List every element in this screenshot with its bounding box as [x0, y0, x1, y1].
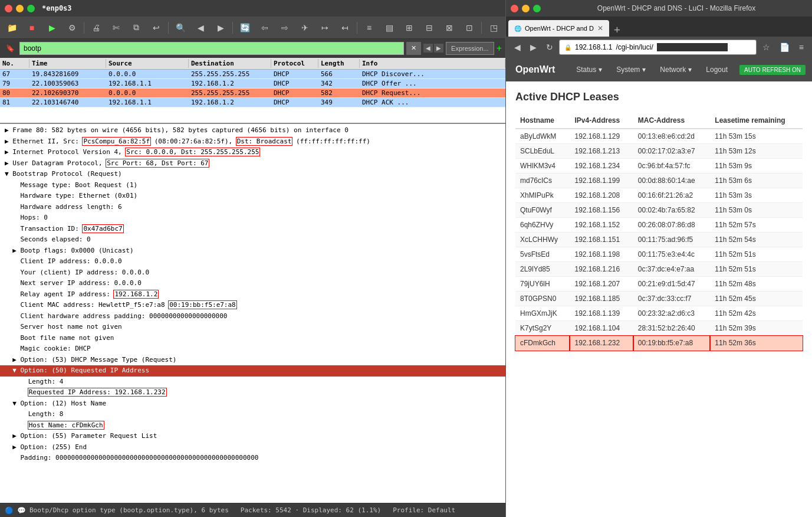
dhcp-header-row: Hostname IPv4-Address MAC-Address Leaset…: [515, 113, 803, 129]
firefox-tab-active[interactable]: 🌐 OpenWrt - DHCP and D ✕: [508, 20, 609, 37]
ff-forward-button[interactable]: ▶: [527, 40, 540, 54]
lease-ip: 192.168.1.198: [570, 247, 633, 262]
toolbar-next-btn[interactable]: ▶: [211, 19, 230, 37]
detail-hops: Hops: 0: [0, 212, 505, 224]
dhcp-lease-row[interactable]: QtuF0Wyf 192.168.1.156 00:02:4b:7a:65:82…: [515, 203, 803, 218]
col-header-time: Time: [29, 59, 106, 68]
dhcp-lease-row[interactable]: md76cICs 192.168.1.199 00:0d:88:60:14:ae…: [515, 174, 803, 188]
detail-secs: Seconds elapsed: 0: [0, 234, 505, 246]
nav-status[interactable]: Status ▾: [569, 58, 609, 81]
ff-url-path: /cgi-bin/luci/: [616, 43, 653, 51]
ff-back-button[interactable]: ◀: [511, 40, 524, 54]
ff-reader-button[interactable]: 📄: [776, 40, 793, 54]
nav-logout[interactable]: Logout: [699, 66, 735, 74]
toolbar-search-btn[interactable]: 🔍: [171, 19, 190, 37]
detail-opt12[interactable]: ▼ Option: (12) Host Name: [0, 398, 505, 410]
filter-add-button[interactable]: +: [497, 43, 502, 54]
dhcp-lease-row[interactable]: 6qh6ZHVy 192.168.1.152 00:26:08:07:86:d8…: [515, 218, 803, 233]
toolbar-restart-btn[interactable]: ▶: [42, 19, 61, 37]
lease-time: 11h 52m 48s: [710, 277, 803, 292]
detail-opt55[interactable]: ▶ Option: (55) Parameter Request List: [0, 431, 505, 442]
lease-ip: 192.168.1.232: [570, 336, 633, 351]
toolbar-expand-btn[interactable]: ↦: [315, 19, 334, 37]
toolbar-print-btn[interactable]: 🖨: [87, 19, 106, 37]
toolbar-sep1: [84, 22, 84, 34]
filter-expression-button[interactable]: Expression...: [446, 42, 494, 55]
ff-more-button[interactable]: ≡: [795, 40, 807, 54]
detail-ethernet[interactable]: ▶ Ethernet II, Src: PcsCompu_6a:82:5f (0…: [0, 136, 505, 148]
packet-row[interactable]: 80 22.102690370 0.0.0.0 255.255.255.255 …: [0, 89, 505, 98]
toolbar-open-btn[interactable]: 📁: [2, 19, 21, 37]
toolbar-list-btn[interactable]: ≡: [360, 19, 379, 37]
toolbar-sep3: [232, 22, 233, 34]
autorefresh-badge[interactable]: AUTO REFRESH ON: [739, 65, 806, 75]
minimize-button[interactable]: [16, 5, 24, 12]
lease-mac: 00:19:bb:f5:e7:a8: [633, 336, 711, 351]
toolbar-list6-btn[interactable]: ⊡: [460, 19, 479, 37]
dhcp-lease-row[interactable]: 79jUY6lH 192.168.1.207 00:21:e9:d1:5d:47…: [515, 277, 803, 292]
toolbar-find-btn[interactable]: ✄: [107, 19, 126, 37]
toolbar-list2-btn[interactable]: ▤: [380, 19, 399, 37]
filter-next-button[interactable]: ▶: [434, 44, 443, 53]
dhcp-table-body: aByLdWkM 192.168.1.129 00:13:e8:e6:cd:2d…: [515, 129, 803, 351]
toolbar-jump2-btn[interactable]: ⇨: [275, 19, 294, 37]
detail-bootstrap[interactable]: ▼ Bootstrap Protocol (Request): [0, 169, 505, 180]
ff-close-button[interactable]: [511, 5, 518, 12]
dhcp-lease-row[interactable]: 8T0GPSN0 192.168.1.185 0c:37:dc:33:cc:f7…: [515, 292, 803, 306]
ff-refresh-button[interactable]: ↻: [543, 40, 557, 54]
dhcp-lease-row[interactable]: 2L9lYd85 192.168.1.216 0c:37:dc:e4:e7:aa…: [515, 262, 803, 277]
dhcp-lease-row[interactable]: 5vsFtsEd 192.168.1.198 00:11:75:e3:e4:4c…: [515, 247, 803, 262]
close-button[interactable]: [5, 5, 12, 12]
packet-row[interactable]: 67 19.843281609 0.0.0.0 255.255.255.255 …: [0, 70, 505, 79]
toolbar-collapse-btn[interactable]: ↤: [336, 19, 354, 37]
dhcp-lease-row[interactable]: SCLbEduL 192.168.1.213 00:02:17:02:a3:e7…: [515, 144, 803, 159]
toolbar-back-btn[interactable]: ↩: [147, 19, 166, 37]
filter-prev-button[interactable]: ◀: [423, 44, 433, 53]
tab-close-icon[interactable]: ✕: [597, 24, 603, 32]
detail-opt53[interactable]: ▶ Option: (53) DHCP Message Type (Reques…: [0, 355, 505, 366]
toolbar-options-btn[interactable]: ⚙: [63, 19, 81, 37]
maximize-button[interactable]: [27, 5, 35, 12]
wireshark-panel: *enp0s3 📁 ■ ▶ ⚙ 🖨 ✄ ⧉ ↩ 🔍 ◀ ▶ 🔄 ⇦ ⇨ ✈ ↦ …: [0, 0, 506, 517]
toolbar-export-btn[interactable]: ✈: [295, 19, 314, 37]
nav-system[interactable]: System ▾: [609, 58, 653, 81]
toolbar-list5-btn[interactable]: ⊠: [440, 19, 459, 37]
detail-frame[interactable]: ▶ Frame 80: 582 bytes on wire (4656 bits…: [0, 125, 505, 136]
dhcp-lease-row[interactable]: cFDmkGch 192.168.1.232 00:19:bb:f5:e7:a8…: [515, 336, 803, 351]
ff-minimize-button[interactable]: [522, 5, 530, 12]
toolbar-prev-btn[interactable]: ◀: [191, 19, 210, 37]
req-ip-box: Requested IP Address: 192.168.1.232: [28, 388, 166, 396]
filter-input[interactable]: [19, 42, 404, 55]
lease-hostname: QtuF0Wyf: [515, 203, 570, 218]
toolbar-jump-btn[interactable]: ⇦: [255, 19, 274, 37]
detail-ip[interactable]: ▶ Internet Protocol Version 4, Src: 0.0.…: [0, 147, 505, 158]
toolbar-list3-btn[interactable]: ⊞: [400, 19, 419, 37]
ff-address-bar[interactable]: 🔒 192.168.1.1 /cgi-bin/luci/: [559, 40, 757, 55]
dhcp-lease-row[interactable]: WHlKM3v4 192.168.1.234 0c:96:bf:4a:57:fc…: [515, 159, 803, 174]
detail-bootp-flags[interactable]: ▶ Bootp flags: 0x0000 (Unicast): [0, 246, 505, 257]
dhcp-lease-row[interactable]: HmGXmJjK 192.168.1.139 00:23:32:a2:d6:c3…: [515, 306, 803, 321]
lease-hostname: cFDmkGch: [515, 336, 570, 351]
toolbar-go-btn[interactable]: ⧉: [127, 19, 146, 37]
detail-udp[interactable]: ▶ User Datagram Protocol, Src Port: 68, …: [0, 158, 505, 169]
ff-maximize-button[interactable]: [533, 5, 541, 12]
packet-row[interactable]: 79 22.100359063 192.168.1.1 192.168.1.2 …: [0, 79, 505, 89]
toolbar-list4-btn[interactable]: ⊟: [420, 19, 439, 37]
detail-opt50[interactable]: ▼ Option: (50) Requested IP Address: [0, 365, 505, 377]
ff-bookmark-button[interactable]: ☆: [759, 40, 774, 54]
new-tab-button[interactable]: +: [609, 23, 625, 35]
filter-clear-button[interactable]: ✕: [406, 42, 421, 55]
wireshark-title-bar: *enp0s3: [0, 0, 505, 17]
dhcp-lease-row[interactable]: XcLCHHWy 192.168.1.151 00:11:75:ad:96:f5…: [515, 233, 803, 247]
packet-detail[interactable]: ▶ Frame 80: 582 bytes on wire (4656 bits…: [0, 123, 505, 503]
packet-row[interactable]: 81 22.103146740 192.168.1.1 192.168.1.2 …: [0, 98, 505, 107]
toolbar-stop-btn[interactable]: ■: [22, 19, 41, 37]
toolbar-color-btn[interactable]: 🔄: [235, 19, 254, 37]
detail-opt255[interactable]: ▶ Option: (255) End: [0, 442, 505, 453]
filter-bar: 🔖 ✕ ◀ ▶ Expression... +: [0, 39, 505, 58]
dhcp-lease-row[interactable]: K7ytSg2Y 192.168.1.104 28:31:52:b2:26:40…: [515, 321, 803, 336]
dhcp-lease-row[interactable]: XhMIPuPk 192.168.1.208 00:16:6f:21:26:a2…: [515, 188, 803, 203]
nav-network[interactable]: Network ▾: [653, 58, 699, 81]
dhcp-lease-row[interactable]: aByLdWkM 192.168.1.129 00:13:e8:e6:cd:2d…: [515, 129, 803, 144]
toolbar-time-btn[interactable]: ◳: [484, 19, 503, 37]
